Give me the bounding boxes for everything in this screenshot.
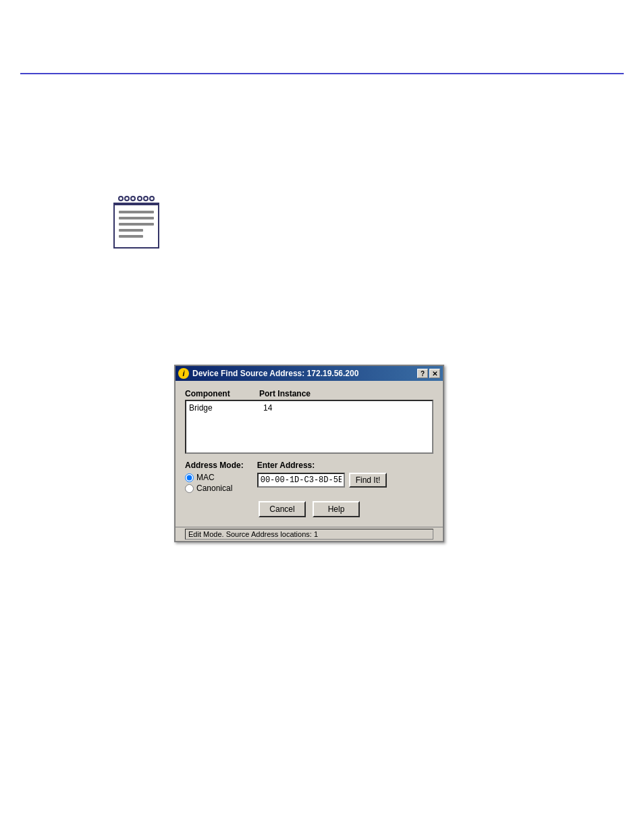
mac-radio-label[interactable]: MAC — [185, 473, 244, 482]
address-mode-label: Address Mode: — [185, 461, 244, 470]
dialog-titlebar: i Device Find Source Address: 172.19.56.… — [176, 366, 443, 381]
button-row: Cancel Help — [185, 501, 433, 517]
address-input[interactable] — [257, 473, 345, 488]
mac-radio-text: MAC — [196, 473, 215, 482]
top-divider — [20, 73, 624, 74]
dialog-title: Device Find Source Address: 172.19.56.20… — [192, 369, 358, 378]
help-button[interactable]: Help — [313, 501, 360, 517]
canonical-radio-label[interactable]: Canonical — [185, 484, 244, 493]
table-row: Bridge 14 — [189, 403, 429, 413]
enter-address-row: Find It! — [257, 473, 387, 488]
address-mode-group: Address Mode: MAC Canonical — [185, 461, 244, 494]
titlebar-buttons: ? ✕ — [417, 369, 440, 378]
notebook-icon — [113, 196, 159, 250]
canonical-radio-text: Canonical — [196, 484, 232, 493]
enter-address-label: Enter Address: — [257, 461, 387, 470]
status-text: Edit Mode. Source Address locations: 1 — [185, 529, 433, 540]
dialog-statusbar: Edit Mode. Source Address locations: 1 — [176, 527, 443, 541]
find-it-button[interactable]: Find It! — [349, 473, 387, 488]
column-component-header: Component — [185, 389, 259, 398]
close-titlebar-button[interactable]: ✕ — [429, 369, 440, 378]
address-section: Address Mode: MAC Canonical Enter Addres… — [185, 461, 433, 494]
column-port-header: Port Instance — [259, 389, 340, 398]
enter-address-group: Enter Address: Find It! — [257, 461, 387, 488]
table-data-area: Bridge 14 — [185, 400, 433, 454]
table-header-row: Component Port Instance — [185, 388, 433, 400]
row-port-instance: 14 — [263, 403, 344, 413]
row-component: Bridge — [189, 403, 263, 413]
dialog-icon: i — [178, 368, 189, 379]
device-find-source-address-dialog: i Device Find Source Address: 172.19.56.… — [174, 365, 444, 542]
dialog-content: Component Port Instance Bridge 14 Addres… — [176, 381, 443, 527]
cancel-button[interactable]: Cancel — [259, 501, 306, 517]
help-titlebar-button[interactable]: ? — [417, 369, 428, 378]
canonical-radio[interactable] — [185, 484, 194, 493]
mac-radio[interactable] — [185, 473, 194, 482]
titlebar-left: i Device Find Source Address: 172.19.56.… — [178, 368, 358, 379]
